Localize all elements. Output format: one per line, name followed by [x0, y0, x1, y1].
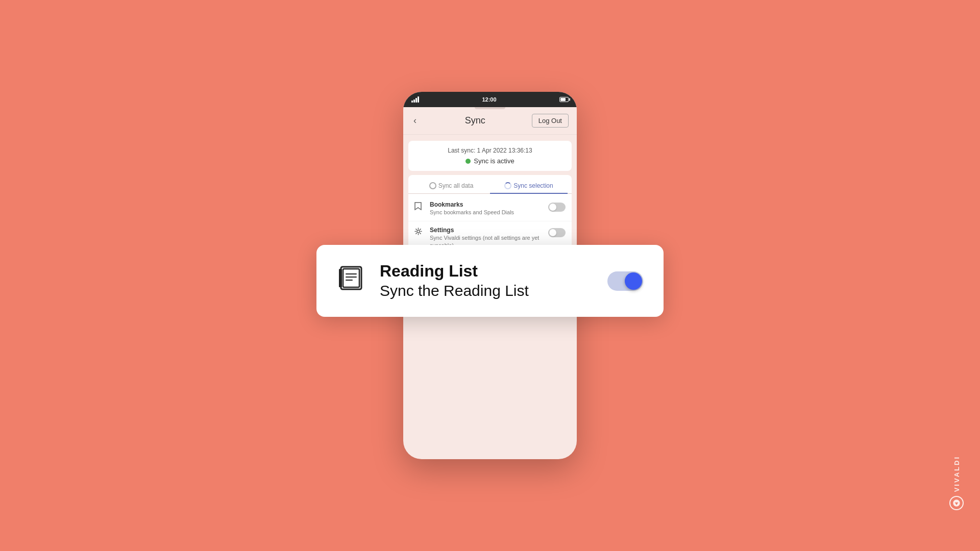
- bookmarks-icon: [414, 202, 426, 212]
- active-indicator-dot: [465, 159, 471, 164]
- status-bar: 12:00: [403, 92, 577, 107]
- signal-bar-3: [415, 98, 417, 103]
- bookmarks-desc: Sync bookmarks and Speed Dials: [430, 209, 548, 216]
- svg-point-0: [417, 230, 420, 233]
- reading-list-text: Reading List Sync the Reading List: [380, 261, 595, 300]
- settings-toggle[interactable]: [548, 228, 566, 237]
- page-title: Sync: [465, 115, 485, 126]
- spinner-sync-selection: [504, 182, 511, 189]
- settings-title: Settings: [430, 227, 548, 234]
- app-header: ‹ Sync Log Out: [403, 107, 577, 135]
- svg-rect-3: [341, 267, 361, 289]
- tabs-row: Sync all data Sync selection: [408, 179, 572, 194]
- radio-sync-all: [429, 182, 436, 189]
- signal-bar-4: [418, 96, 419, 103]
- vivaldi-icon: [949, 496, 964, 510]
- svg-rect-5: [339, 269, 342, 287]
- logout-button[interactable]: Log Out: [532, 114, 569, 128]
- signal-area: [411, 96, 419, 103]
- back-button[interactable]: ‹: [411, 113, 419, 128]
- settings-icon: [414, 228, 426, 237]
- battery-icon: [559, 97, 569, 102]
- svg-rect-4: [343, 269, 359, 287]
- bookmarks-toggle[interactable]: [548, 203, 566, 212]
- sync-item-bookmarks: Bookmarks Sync bookmarks and Speed Dials: [408, 196, 572, 221]
- reading-list-title: Reading List: [380, 261, 595, 281]
- last-sync-text: Last sync: 1 Apr 2022 13:36:13: [416, 147, 564, 154]
- sync-status-card: Last sync: 1 Apr 2022 13:36:13 Sync is a…: [408, 141, 572, 171]
- tab-sync-selection-label: Sync selection: [513, 182, 553, 189]
- bookmarks-text: Bookmarks Sync bookmarks and Speed Dials: [430, 201, 548, 216]
- reading-list-desc: Sync the Reading List: [380, 281, 595, 300]
- phone-notch: [475, 107, 505, 109]
- tab-sync-all-label: Sync all data: [438, 182, 474, 189]
- sync-active-status: Sync is active: [416, 157, 564, 165]
- reading-list-toggle[interactable]: [607, 271, 643, 291]
- tab-sync-all[interactable]: Sync all data: [412, 179, 490, 193]
- vivaldi-text: VIVALDI: [953, 456, 961, 492]
- battery-tip: [569, 98, 570, 101]
- sync-active-label: Sync is active: [474, 157, 514, 165]
- vivaldi-brand: VIVALDI: [949, 456, 964, 510]
- tab-sync-selection[interactable]: Sync selection: [490, 179, 568, 193]
- reading-list-popup: Reading List Sync the Reading List: [316, 245, 664, 317]
- battery-fill: [560, 98, 566, 101]
- status-time: 12:00: [482, 96, 496, 103]
- battery-area: [559, 97, 569, 102]
- bookmarks-title: Bookmarks: [430, 201, 548, 208]
- reading-list-icon: [337, 264, 365, 298]
- signal-bars-icon: [411, 96, 419, 103]
- signal-bar-2: [413, 99, 415, 103]
- signal-bar-1: [411, 101, 413, 103]
